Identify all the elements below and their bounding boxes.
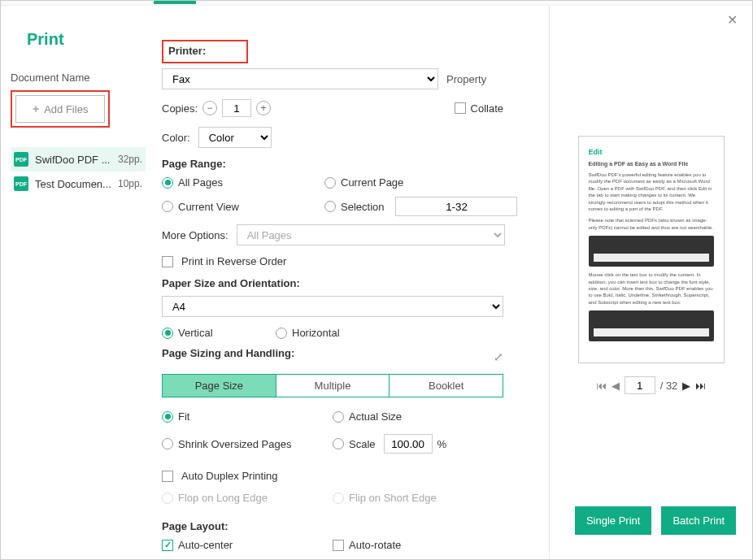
- collate-label: Collate: [471, 102, 503, 115]
- printer-label-highlight: Printer:: [162, 40, 248, 63]
- preview-panel: Edit Editing a PDF as Easy as a Word Fil…: [549, 6, 752, 559]
- paper-size-select[interactable]: A4: [162, 296, 503, 317]
- copies-input[interactable]: [222, 99, 251, 117]
- top-bar: [1, 1, 752, 6]
- sidebar: Print Document Name + Add Files PDF Swif…: [1, 6, 154, 559]
- radio-horizontal[interactable]: [276, 328, 287, 339]
- file-name: Test Documen...: [35, 178, 111, 190]
- reverse-order-checkbox[interactable]: [162, 256, 173, 267]
- copies-label: Copies:: [162, 102, 198, 115]
- radio-shrink[interactable]: [162, 438, 173, 449]
- scale-input[interactable]: [384, 434, 433, 454]
- radio-selection[interactable]: [324, 201, 336, 212]
- preview-image-2: [589, 310, 714, 341]
- radio-actual-size[interactable]: [333, 411, 344, 423]
- pdf-icon: PDF: [14, 176, 28, 191]
- radio-flip-short: [333, 493, 344, 504]
- preview-image-1: [589, 236, 714, 267]
- radio-flop-long: [162, 493, 173, 504]
- more-options-select[interactable]: All Pages: [237, 224, 505, 245]
- print-dialog: ✕ Print Document Name + Add Files PDF Sw…: [0, 0, 753, 560]
- tab-multiple[interactable]: Multiple: [276, 375, 390, 397]
- dialog-title: Print: [27, 30, 146, 49]
- printer-label: Printer:: [168, 45, 206, 57]
- file-pages: 10pp.: [118, 178, 142, 189]
- radio-scale[interactable]: [333, 438, 344, 449]
- page-preview: Edit Editing a PDF as Easy as a Word Fil…: [578, 136, 725, 363]
- file-item[interactable]: PDF Test Documen... 10pp.: [11, 171, 146, 196]
- radio-current-page[interactable]: [324, 177, 336, 189]
- radio-current-view[interactable]: [162, 201, 173, 212]
- add-files-label: Add Files: [44, 103, 88, 115]
- file-name: SwifDoo PDF ...: [35, 154, 111, 166]
- page-input[interactable]: [625, 376, 655, 394]
- add-files-button[interactable]: + Add Files: [15, 95, 105, 123]
- radio-all-pages[interactable]: [162, 177, 173, 189]
- auto-center-checkbox[interactable]: [162, 540, 173, 551]
- close-icon[interactable]: ✕: [727, 12, 738, 28]
- add-files-highlight: + Add Files: [11, 90, 110, 128]
- action-buttons: Single Print Batch Print: [566, 506, 736, 543]
- batch-print-button[interactable]: Batch Print: [661, 506, 736, 535]
- file-list: PDF SwifDoo PDF ... 32pp. PDF Test Docum…: [11, 147, 146, 196]
- page-total: / 32: [660, 380, 678, 392]
- printer-select[interactable]: Fax: [162, 68, 438, 89]
- radio-vertical[interactable]: [162, 328, 173, 339]
- pdf-icon: PDF: [14, 152, 28, 167]
- first-page-icon[interactable]: ⏮: [596, 380, 607, 392]
- copies-increment[interactable]: +: [256, 101, 271, 115]
- radio-fit[interactable]: [162, 411, 173, 423]
- property-link[interactable]: Property: [446, 73, 486, 85]
- single-print-button[interactable]: Single Print: [575, 506, 651, 535]
- plus-icon: +: [33, 102, 39, 115]
- tab-booklet[interactable]: Booklet: [389, 375, 503, 397]
- expand-icon[interactable]: ⤢: [494, 350, 503, 363]
- copies-decrement[interactable]: −: [202, 101, 217, 115]
- duplex-checkbox[interactable]: [162, 471, 173, 482]
- document-name-label: Document Name: [11, 72, 146, 84]
- layout-label: Page Layout:: [162, 520, 524, 532]
- next-page-icon[interactable]: ▶: [682, 380, 690, 392]
- reverse-order-label: Print in Reverse Order: [181, 255, 286, 267]
- settings-panel: Printer: Fax Property Copies: − + Collat…: [154, 6, 549, 559]
- selection-input[interactable]: [395, 197, 517, 216]
- prev-page-icon[interactable]: ◀: [612, 380, 620, 392]
- page-range-label: Page Range:: [162, 158, 524, 170]
- main-area: Print Document Name + Add Files PDF Swif…: [1, 6, 752, 559]
- pager: ⏮ ◀ / 32 ▶ ⏭: [566, 376, 736, 394]
- color-select[interactable]: Color: [198, 127, 272, 148]
- tab-page-size[interactable]: Page Size: [163, 375, 276, 397]
- collate-checkbox[interactable]: [455, 102, 466, 114]
- paper-label: Paper Size and Orientation:: [162, 277, 524, 289]
- last-page-icon[interactable]: ⏭: [695, 380, 706, 392]
- sizing-label: Page Sizing and Handling:: [162, 347, 294, 359]
- file-pages: 32pp.: [118, 154, 142, 165]
- auto-rotate-checkbox[interactable]: [333, 540, 344, 551]
- more-options-label: More Options:: [162, 229, 229, 241]
- file-item[interactable]: PDF SwifDoo PDF ... 32pp.: [11, 147, 146, 171]
- sizing-tabs: Page Size Multiple Booklet: [162, 374, 503, 397]
- color-label: Color:: [162, 132, 190, 144]
